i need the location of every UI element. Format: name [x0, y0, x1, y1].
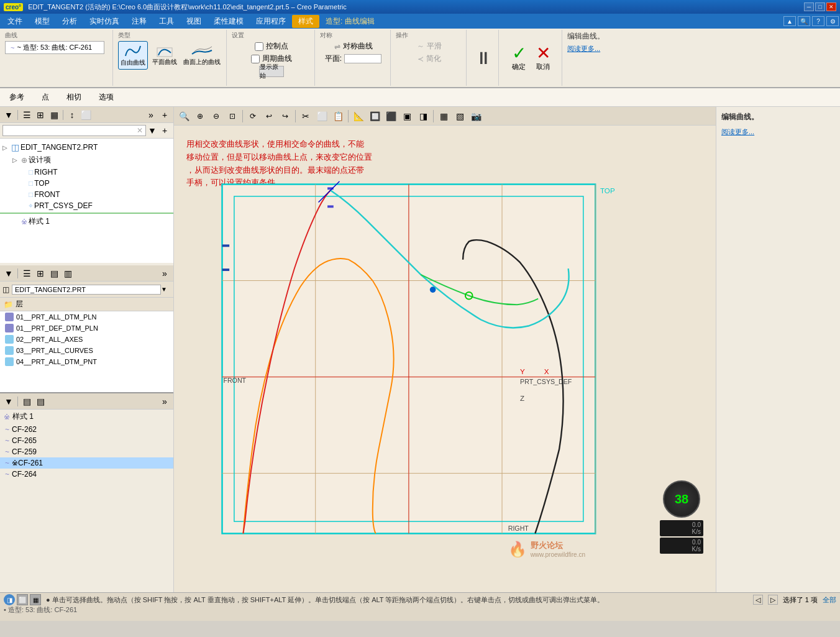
cut-button[interactable]: ✂: [298, 109, 313, 124]
paste-button[interactable]: 📋: [331, 109, 345, 124]
sym-plane-input[interactable]: [344, 54, 381, 63]
right-panel-link[interactable]: 阅读更多...: [721, 127, 835, 137]
layer-list-button[interactable]: ☰: [21, 267, 33, 280]
add-button[interactable]: »: [145, 109, 157, 121]
search-input[interactable]: [6, 127, 137, 134]
tab-options[interactable]: 选项: [92, 90, 121, 104]
tab-point[interactable]: 点: [35, 90, 56, 104]
zoom-fit-button[interactable]: ⊡: [225, 109, 240, 124]
surface-curve-button[interactable]: 曲面上的曲线: [181, 41, 222, 68]
status-zoom[interactable]: 全部: [823, 595, 836, 605]
layer-item-4[interactable]: 03__PRT_ALL_CURVES: [0, 345, 173, 356]
status-btn2[interactable]: ⬜: [17, 594, 28, 605]
search-button[interactable]: 🔍: [798, 16, 810, 26]
layer-item-3[interactable]: 02__PRT_ALL_AXES: [0, 334, 173, 345]
status-btn1[interactable]: ◨: [4, 594, 15, 605]
tree-item-top[interactable]: □ TOP: [0, 178, 173, 189]
settings-button[interactable]: ⚙: [826, 16, 839, 26]
camera-button[interactable]: 📷: [468, 109, 483, 124]
menu-model[interactable]: 模型: [29, 15, 56, 28]
display2-button[interactable]: ⬛: [383, 109, 398, 124]
display4-button[interactable]: ◨: [416, 109, 431, 124]
redo-view-button[interactable]: ↪: [278, 109, 293, 124]
maximize-button[interactable]: □: [815, 2, 825, 11]
zoom-in-button[interactable]: 🔍: [176, 109, 191, 124]
layer-tree-button[interactable]: ⊞: [34, 267, 47, 280]
columns-button[interactable]: ⬜: [80, 109, 92, 121]
display1-button[interactable]: 🔲: [367, 109, 382, 124]
menu-modeling[interactable]: 造型: 曲线编辑: [319, 15, 381, 28]
panel-expand-button[interactable]: ▼: [2, 109, 15, 121]
tree-item-right[interactable]: □ RIGHT: [0, 167, 173, 178]
layer-show2-button[interactable]: ▥: [62, 267, 74, 280]
minimize-button[interactable]: ─: [804, 2, 814, 11]
style-expand-button[interactable]: ▼: [2, 395, 15, 408]
search-add-button[interactable]: +: [158, 124, 171, 137]
layer-model-dropdown[interactable]: ▼: [161, 286, 171, 293]
menu-annotate[interactable]: 注释: [126, 15, 153, 28]
tab-tangent[interactable]: 相切: [60, 90, 88, 104]
menu-flexible[interactable]: 柔性建模: [208, 15, 250, 28]
style-item-cf265[interactable]: ~ CF-265: [0, 435, 173, 446]
zoom-out-button[interactable]: ⊖: [209, 109, 224, 124]
tree-item-style1[interactable]: ※ 样式 1: [0, 215, 173, 228]
style-item-cf259[interactable]: ~ CF-259: [0, 446, 173, 457]
menu-analysis[interactable]: 分析: [56, 15, 83, 28]
display3-button[interactable]: ▣: [399, 109, 414, 124]
layer-expand-button[interactable]: ▼: [2, 267, 15, 280]
style-view2[interactable]: ▤: [34, 395, 47, 408]
status-arrow-left[interactable]: ◁: [753, 595, 763, 605]
pause-button[interactable]: ⏸: [475, 48, 492, 68]
search-clear-icon[interactable]: ✕: [137, 126, 143, 135]
menu-tools[interactable]: 工具: [153, 15, 180, 28]
tree-item-front[interactable]: □ FRONT: [0, 189, 173, 200]
menu-view[interactable]: 视图: [180, 15, 208, 28]
layer-item-5[interactable]: 04__PRT_ALL_DTM_PNT: [0, 356, 173, 367]
status-arrow-right[interactable]: ▷: [768, 595, 778, 605]
view2-button[interactable]: ▧: [452, 109, 467, 124]
show-origin-button[interactable]: 显示原始: [259, 66, 284, 77]
measure-button[interactable]: 📐: [351, 109, 366, 124]
menu-simulation[interactable]: 实时仿真: [83, 15, 126, 28]
help-button[interactable]: ?: [812, 16, 824, 26]
close-button[interactable]: ✕: [826, 2, 836, 11]
detail-view-button[interactable]: ▦: [48, 109, 60, 121]
view1-button[interactable]: ▦: [436, 109, 451, 124]
style-item-cf261[interactable]: ~ ※CF-261: [0, 457, 173, 469]
tree-item-design[interactable]: ▷ ⊕ 设计项: [0, 154, 173, 167]
tree-model-root[interactable]: ▷ ◫ EDIT_TANGENT2.PRT: [0, 141, 173, 154]
control-point-checkbox[interactable]: [255, 42, 263, 51]
plane-curve-button[interactable]: 平面曲线: [150, 41, 179, 68]
layer-more-button[interactable]: »: [158, 267, 171, 280]
style-more[interactable]: »: [158, 395, 171, 408]
list-view-button[interactable]: ☰: [21, 109, 33, 121]
layer-model-label[interactable]: EDIT_TANGENT2.PRT: [12, 285, 161, 295]
menu-apps[interactable]: 应用程序: [250, 15, 292, 28]
status-btn3[interactable]: ▦: [30, 594, 41, 605]
layer-show1-button[interactable]: ▤: [48, 267, 60, 280]
tab-reference[interactable]: 参考: [2, 90, 31, 104]
menu-file[interactable]: 文件: [1, 15, 29, 28]
ribbon-toggle[interactable]: ▲: [783, 16, 796, 26]
viewport[interactable]: 用相交改变曲线形状，使用相交命令的曲线，不能 移动位置，但是可以移动曲线上点，来…: [174, 126, 716, 592]
layer-item-1[interactable]: 01__PRT_ALL_DTM_PLN: [0, 311, 173, 323]
read-more-link[interactable]: 阅读更多...: [567, 44, 600, 53]
copy-button[interactable]: ⬜: [314, 109, 329, 124]
zoom-in2-button[interactable]: ⊕: [193, 109, 208, 124]
circle-curve-checkbox[interactable]: [251, 55, 260, 63]
more-button[interactable]: +: [158, 109, 171, 121]
tree-view-button[interactable]: ⊞: [34, 109, 47, 121]
style-root-item[interactable]: ※ 样式 1: [0, 410, 173, 424]
free-curve-button[interactable]: 自由曲线: [118, 41, 148, 70]
tree-item-csys[interactable]: ⌖ PRT_CSYS_DEF: [0, 200, 173, 211]
menu-style[interactable]: 样式: [292, 15, 319, 28]
rotate-button[interactable]: ⟳: [245, 109, 260, 124]
style-view1[interactable]: ▤: [21, 395, 33, 408]
sort-button[interactable]: ↕: [66, 109, 78, 121]
cancel-button[interactable]: ✕ 取消: [534, 42, 553, 74]
search-filter-button[interactable]: ▼: [146, 124, 158, 137]
layer-item-2[interactable]: 01__PRT_DEF_DTM_PLN: [0, 323, 173, 334]
curve-selector[interactable]: ~ ~ 造型: 53: 曲线: CF-261: [5, 41, 104, 54]
undo-view-button[interactable]: ↩: [262, 109, 276, 124]
style-item-cf262[interactable]: ~ CF-262: [0, 424, 173, 435]
